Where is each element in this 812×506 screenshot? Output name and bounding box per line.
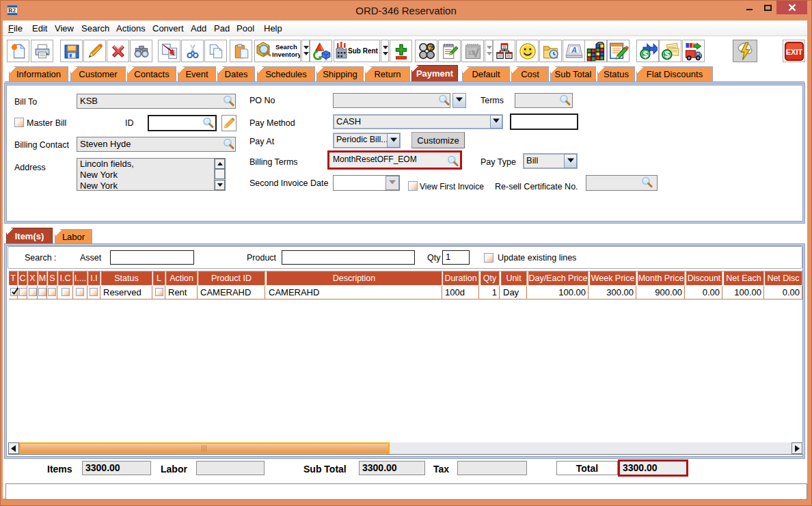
svg-text:Sub Rent: Sub Rent xyxy=(348,47,379,55)
svg-text:$: $ xyxy=(642,49,647,59)
svg-text:Search: Search xyxy=(275,43,297,51)
svg-text:EXIT: EXIT xyxy=(785,47,802,55)
svg-text:A: A xyxy=(570,46,576,54)
svg-text:?: ? xyxy=(429,43,433,51)
svg-text:$: $ xyxy=(664,49,669,59)
svg-text:Inventory: Inventory xyxy=(272,51,300,58)
